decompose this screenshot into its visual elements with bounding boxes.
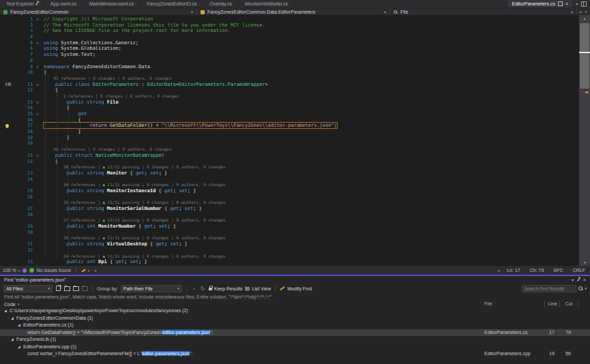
code-line[interactable]: 4 [0,34,579,40]
modify-find-button[interactable]: Modify Find [280,286,312,291]
column-header-line[interactable]: Line [544,301,560,307]
code-line[interactable]: 3// See the LICENSE file in the project … [0,28,579,34]
code-line[interactable]: 10{ [0,70,579,76]
close-icon[interactable]: × [583,277,586,282]
find-result-row[interactable]: const wchar_t FancyZonesEditorParameters… [0,350,590,358]
group-by-dropdown[interactable]: Path then File ▾ [121,285,182,292]
expander-icon[interactable] [18,324,20,327]
fold-chevron-icon[interactable]: ∨ [33,153,42,159]
code-line[interactable]: 11∨ public class EditorParameters : Edit… [0,82,579,88]
tab-overlay-cs[interactable]: Overlay.cs [203,0,239,7]
code-line[interactable]: 7using System.Text; [0,52,579,58]
expander-icon[interactable] [11,338,14,341]
margin-indicator-icon[interactable] [5,82,11,87]
codelens-row[interactable]: 35 references | ● 11/11 passing | 0 chan… [0,200,579,206]
horizontal-scrollbar[interactable] [98,266,496,275]
scroll-left-icon[interactable]: ◂ [92,268,98,273]
tab-editorparameters[interactable]: EditorParameters.cs × [507,0,572,7]
codelens-row[interactable]: 36 references | ● 11/11 passing | 0 chan… [0,235,579,241]
scroll-up-icon[interactable]: ▴ [579,15,590,22]
code-line[interactable]: 6using System.Globalization; [0,46,579,52]
scrollbar-thumb[interactable] [580,23,589,89]
vertical-scrollbar[interactable]: ▴ ▾ [579,15,590,266]
keep-results-button[interactable]: Keep Results [209,286,243,291]
column-indicator[interactable]: Ch: 79 [525,268,549,273]
zoom-control[interactable]: 100 % ▾ [0,268,23,273]
code-line[interactable]: 22 { [0,159,579,165]
list-view-button[interactable]: List View [245,286,271,291]
pin-icon[interactable] [577,278,580,282]
find-group-row[interactable]: FancyZonesLib (1) [0,336,590,344]
tab-list-chevron-icon[interactable]: ▾ [576,1,578,6]
code-line[interactable]: 1∨// Copyright (c) Microsoft Corporation [0,16,579,22]
editing-mode-control[interactable]: ▾ [78,269,93,273]
code-line[interactable]: 19 } [0,135,579,141]
search-icon[interactable] [578,286,582,290]
copy-results-icon[interactable] [56,286,61,291]
codelens-row[interactable]: 34 references | ● 11/11 passing | 0 chan… [0,182,579,188]
content-filter-dropdown[interactable]: Code ▾ [4,302,19,307]
code-line[interactable]: 28 [0,212,579,218]
fold-chevron-icon[interactable]: ∨ [33,64,42,70]
search-find-results-input[interactable] [522,285,576,292]
collapse-all-icon[interactable] [73,286,79,291]
line-indicator[interactable]: Ln: 17 [502,268,525,273]
code-line[interactable]: 15∨ get [0,111,579,117]
refresh-icon[interactable]: ↻ [200,286,206,292]
column-header-file[interactable]: File [484,301,543,307]
pin-icon[interactable] [35,2,38,5]
tab-test-explorer[interactable]: Test Explorer [0,0,44,7]
code-line[interactable]: 31 public string VirtualDesktop { get; s… [0,241,579,247]
stop-search-icon[interactable] [82,286,88,291]
scope-dropdown[interactable]: All Files ▾ [3,285,53,292]
eol-indicator[interactable]: CRLF [568,268,590,273]
codelens-row[interactable]: 91 references | 0 changes | 0 authors, 0… [0,76,579,82]
chevron-down-icon[interactable]: ▾ [580,10,582,14]
expander-icon[interactable] [11,317,14,320]
scroll-down-icon[interactable]: ▾ [579,259,590,266]
fold-chevron-icon[interactable]: ∨ [33,100,42,106]
code-line[interactable]: 13∨ public string File [0,100,579,106]
code-line[interactable]: 24 [0,177,579,183]
fold-chevron-icon[interactable]: ∨ [33,40,42,46]
find-group-row[interactable]: EditorParameters.cpp (1) [0,344,590,351]
codelens-row[interactable]: 34 references | ● 11/11 passing | 0 chan… [0,254,579,260]
code-line[interactable]: 27 public string MonitorSerialNumber { g… [0,206,579,212]
code-line[interactable]: 25 public string MonitorInstanceId { get… [0,188,579,194]
code-line[interactable]: 29 public int MonitorNumber { get; set; … [0,224,579,230]
chevron-down-icon[interactable]: ▾ [585,286,587,290]
fold-chevron-icon[interactable]: ∨ [33,16,42,22]
code-line[interactable]: 14 { [0,105,579,111]
find-group-row[interactable]: C:\Users\zhaopengwang\Desktop\powertoys\… [0,307,590,315]
fold-chevron-icon[interactable]: ∨ [33,111,42,117]
code-line[interactable]: 2// The Microsoft Corporation licenses t… [0,22,579,29]
fold-chevron-icon[interactable]: ∨ [33,82,42,88]
code-line[interactable]: 5∨using System.Collections.Generic; [0,40,579,46]
split-window-icon[interactable] [581,1,587,7]
code-line[interactable]: 12 { [0,87,579,93]
expander-icon[interactable] [4,309,7,312]
spaces-indicator[interactable]: SPC [548,268,567,273]
find-result-row[interactable]: return GetDataFolder() + "\\Microsoft\\P… [0,329,590,337]
code-line[interactable]: 8 [0,58,579,64]
clear-results-icon[interactable]: × [191,286,197,292]
tab-fancyzoneseditorio-cs[interactable]: FancyZonesEditorIO.cs [141,0,203,7]
scroll-right-icon[interactable]: ▸ [496,268,502,273]
code-line[interactable]: 26 [0,194,579,200]
column-header-col[interactable]: Col [559,301,578,307]
lightbulb-icon[interactable] [5,124,9,127]
expander-icon[interactable] [18,346,20,348]
code-line[interactable]: 23 public string Monitor { get; set; } [0,170,579,177]
code-line[interactable]: 32 [0,247,579,254]
code-line[interactable]: 17 return GetDataFolder() + "\\Microsoft… [0,123,579,129]
find-group-row[interactable]: EditorParameters.cs (1) [0,322,590,329]
find-panel-titlebar[interactable]: Find "editor-parameters.json" ▾ × [0,276,590,284]
expand-all-icon[interactable] [64,286,70,291]
code-line[interactable]: 21∨ public struct NativeMonitorDataWrapp… [0,153,579,159]
code-line[interactable]: 20 [0,140,579,147]
add-tab-group-icon[interactable]: + [585,10,587,14]
tab-monitorinfomodel-cs[interactable]: MonitorInfoModel.cs [239,0,295,7]
tab-mainwindow-xaml-cs[interactable]: MainWindow.xaml.cs [83,0,141,7]
codelens-row[interactable]: 37 references | ● 13/13 passing | 0 chan… [0,217,579,224]
code-line[interactable]: 30 [0,230,579,236]
